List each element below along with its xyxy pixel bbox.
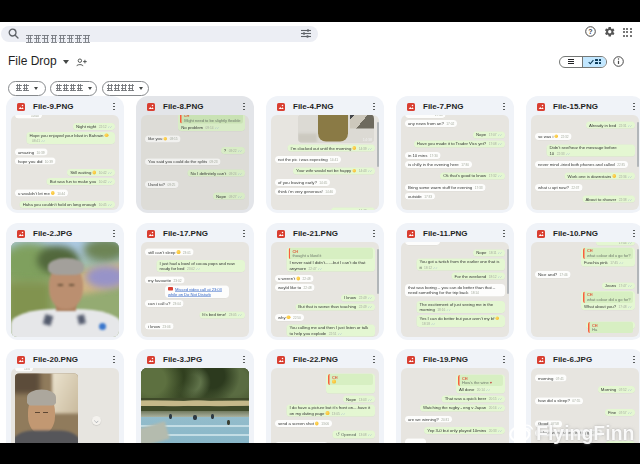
svg-text:?: ?: [588, 28, 592, 35]
